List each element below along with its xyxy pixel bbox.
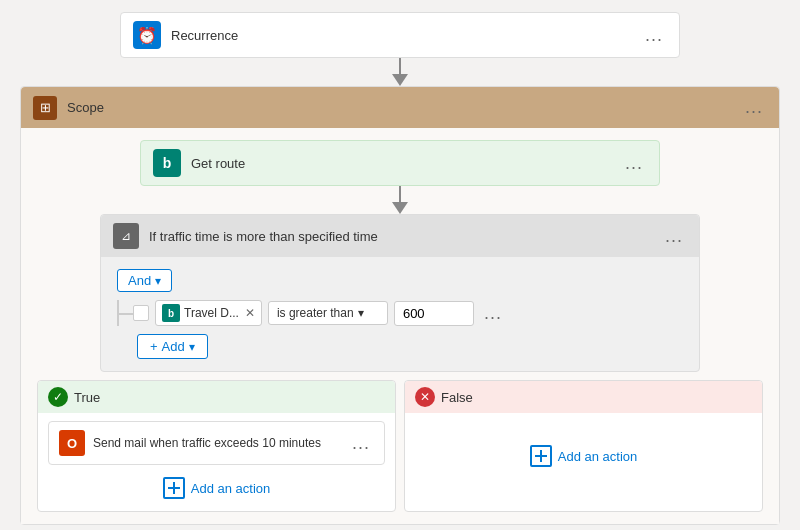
- get-route-title: Get route: [191, 156, 621, 171]
- svg-rect-1: [168, 487, 180, 489]
- condition-row-more-button[interactable]: ...: [480, 301, 506, 326]
- true-add-action-link[interactable]: Add an action: [48, 473, 385, 503]
- operator-chevron-icon: [358, 306, 364, 320]
- add-label: Add: [162, 339, 185, 354]
- travel-chip-label: Travel D...: [184, 306, 239, 320]
- plus-icon: +: [150, 339, 158, 354]
- send-mail-label: Send mail when traffic exceeds 10 minute…: [93, 436, 340, 450]
- false-label: False: [441, 390, 473, 405]
- true-add-action-icon: [163, 477, 185, 499]
- condition-title: If traffic time is more than specified t…: [149, 229, 661, 244]
- scope-icon: ⊞: [33, 96, 57, 120]
- condition-icon: ⊿: [113, 223, 139, 249]
- scope-block: ⊞ Scope ... b Get route ... ⊿: [20, 86, 780, 525]
- false-panel-header: ✕ False: [405, 381, 762, 413]
- and-button[interactable]: And: [117, 269, 172, 292]
- condition-block: ⊿ If traffic time is more than specified…: [100, 214, 700, 372]
- false-x-icon: ✕: [415, 387, 435, 407]
- get-route-more-button[interactable]: ...: [621, 151, 647, 176]
- false-add-action-link[interactable]: Add an action: [415, 441, 752, 471]
- true-panel-body: O Send mail when traffic exceeds 10 minu…: [38, 413, 395, 511]
- false-panel: ✕ False Add an action: [404, 380, 763, 512]
- false-add-action-icon: [530, 445, 552, 467]
- arrow-line: [399, 58, 401, 74]
- false-panel-body: Add an action: [405, 413, 762, 489]
- arrow-head: [392, 74, 408, 86]
- condition-body: And b Travel D... ✕ is greater: [101, 257, 699, 371]
- recurrence-block: ⏰ Recurrence ...: [120, 12, 680, 58]
- and-row: And: [117, 269, 683, 292]
- get-route-block: b Get route ...: [140, 140, 660, 186]
- send-mail-more-button[interactable]: ...: [348, 431, 374, 456]
- travel-bing-icon: b: [162, 304, 180, 322]
- send-mail-block: O Send mail when traffic exceeds 10 minu…: [48, 421, 385, 465]
- recurrence-more-button[interactable]: ...: [641, 23, 667, 48]
- true-label: True: [74, 390, 100, 405]
- scope-title: Scope: [67, 100, 741, 115]
- value-input[interactable]: [394, 301, 474, 326]
- add-condition-button[interactable]: + Add: [137, 334, 208, 359]
- recurrence-icon: ⏰: [133, 21, 161, 49]
- travel-chip: b Travel D... ✕: [155, 300, 262, 326]
- scope-header: ⊞ Scope ...: [21, 87, 779, 128]
- add-chevron-icon: [189, 339, 195, 354]
- condition-more-button[interactable]: ...: [661, 224, 687, 249]
- scope-body: b Get route ... ⊿ If traffic time is mor…: [21, 128, 779, 524]
- arrow-head-2: [392, 202, 408, 214]
- condition-header: ⊿ If traffic time is more than specified…: [101, 215, 699, 257]
- operator-dropdown[interactable]: is greater than: [268, 301, 388, 325]
- travel-chip-remove-button[interactable]: ✕: [245, 306, 255, 320]
- arrow-line-2: [399, 186, 401, 202]
- operator-label: is greater than: [277, 306, 354, 320]
- recurrence-title: Recurrence: [171, 28, 641, 43]
- canvas: ⏰ Recurrence ... ⊞ Scope ... b Get route…: [0, 0, 800, 530]
- outlook-icon: O: [59, 430, 85, 456]
- false-add-action-label: Add an action: [558, 449, 638, 464]
- scope-more-button[interactable]: ...: [741, 95, 767, 120]
- true-add-action-label: Add an action: [191, 481, 271, 496]
- condition-checkbox[interactable]: [133, 305, 149, 321]
- true-panel: ✓ True O Send mail when traffic exceeds …: [37, 380, 396, 512]
- and-chevron-icon: [155, 273, 161, 288]
- arrow-connector-2: [37, 186, 763, 214]
- bing-maps-icon: b: [153, 149, 181, 177]
- true-false-row: ✓ True O Send mail when traffic exceeds …: [37, 380, 763, 512]
- condition-row: b Travel D... ✕ is greater than ...: [117, 300, 683, 326]
- true-check-icon: ✓: [48, 387, 68, 407]
- svg-rect-3: [535, 455, 547, 457]
- true-panel-header: ✓ True: [38, 381, 395, 413]
- arrow-connector-1: [16, 58, 784, 86]
- and-label: And: [128, 273, 151, 288]
